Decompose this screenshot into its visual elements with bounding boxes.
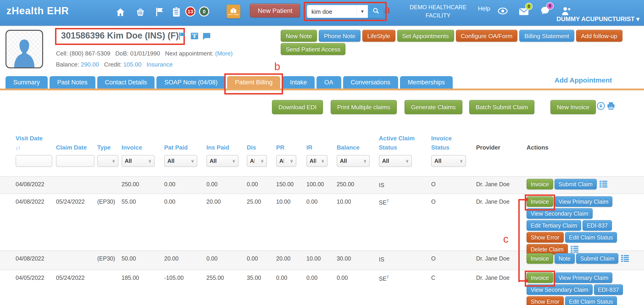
app-logo[interactable]: zHealth EHR <box>6 5 69 17</box>
table-body: 04/08/2022 250.00 0.00 0.00 0.00 150.00 … <box>0 176 644 305</box>
help-link[interactable]: Help <box>478 5 490 12</box>
note-button[interactable]: Note <box>554 254 575 264</box>
new-patient-button[interactable]: New Patient <box>250 4 300 18</box>
filter-invoice-status-select[interactable]: All∨ <box>431 155 466 167</box>
show-error-button[interactable]: Show Error <box>526 296 564 305</box>
print-icon[interactable] <box>607 102 615 110</box>
billing-statement-button[interactable]: Billing Statement <box>519 30 574 42</box>
clipboard-icon[interactable] <box>171 6 182 18</box>
tab-oa[interactable]: OA <box>316 76 341 88</box>
patient-tabs: Add Appointment Summary Past Notes Conta… <box>0 76 644 90</box>
filter-invoice-select[interactable]: All∨ <box>122 155 154 167</box>
tab-intake[interactable]: Intake <box>282 76 315 88</box>
edit-claim-status-button[interactable]: Edit Claim Status <box>565 232 617 243</box>
patient-avatar[interactable] <box>6 30 43 68</box>
configure-oa-form-button[interactable]: Configure OA/Form <box>456 30 518 42</box>
top-navbar: zHealth EHR 13 0 GIFT CARD New Patient ▼ <box>0 0 644 26</box>
tab-patient-billing[interactable]: Patient Billing <box>227 76 280 88</box>
sort-icon[interactable]: ↓↑ <box>16 144 20 151</box>
chat-icon[interactable]: 0 <box>540 6 550 16</box>
tab-past-notes[interactable]: Past Notes <box>50 76 96 88</box>
notification-badge-red[interactable]: 13 <box>185 6 196 16</box>
annotation-box-patient-name: 301586396 Kim Doe (INS) (F) <box>55 28 184 45</box>
search-dropdown-caret[interactable]: ▼ <box>356 5 368 18</box>
invoice-button[interactable]: Invoice <box>526 179 553 190</box>
generate-claims-button[interactable]: Generate Claims <box>404 100 462 114</box>
tab-conversations[interactable]: Conversations <box>343 76 398 88</box>
filter-visit-date-input[interactable] <box>16 155 52 167</box>
invoice-button[interactable]: Invoice <box>526 196 553 207</box>
new-invoice-button[interactable]: New Invoice <box>550 100 596 114</box>
flag-icon[interactable] <box>154 6 165 18</box>
new-note-button[interactable]: New Note <box>281 30 317 42</box>
filter-active-claim-status-select[interactable]: All∨ <box>379 155 412 167</box>
filter-ins-paid-select[interactable]: All∨ <box>206 155 238 167</box>
tab-soap-note[interactable]: SOAP Note (04/08) <box>157 76 226 88</box>
col-balance: Balance <box>337 143 379 152</box>
edi-837-button[interactable]: EDI-837 <box>594 284 623 295</box>
filter-dis-select[interactable]: All∨ <box>247 155 267 167</box>
col-type: Type <box>97 143 122 152</box>
view-primary-claim-button[interactable]: View Primary Claim <box>554 273 612 283</box>
filter-pat-paid-select[interactable]: All∨ <box>164 155 197 167</box>
set-appointments-button[interactable]: Set Appointments <box>397 30 454 42</box>
view-secondary-claim-button[interactable]: View Secondary Claim <box>526 284 592 295</box>
lifestyle-button[interactable]: LifeStyle <box>362 30 396 42</box>
search-button[interactable] <box>368 5 384 18</box>
annotation-letter-a: a <box>384 4 390 16</box>
insurance-link[interactable]: Insurance <box>146 61 173 68</box>
claim-status: IS <box>379 177 431 194</box>
filter-ir-select[interactable]: All∨ <box>306 155 328 167</box>
tab-contact-details[interactable]: Contact Details <box>97 76 155 88</box>
batch-submit-claim-button[interactable]: Batch Submit Claim <box>469 100 534 114</box>
view-secondary-claim-button[interactable]: View Secondary Claim <box>526 208 592 219</box>
print-multiple-claims-button[interactable]: Print Multiple claims <box>331 100 396 114</box>
show-error-button[interactable]: Show Error <box>526 232 564 243</box>
submit-claim-button[interactable]: Submit Claim <box>554 179 597 190</box>
filter-type-select[interactable]: ∨ <box>97 155 118 167</box>
add-user-icon[interactable] <box>560 6 572 16</box>
mail-icon[interactable]: 0 <box>518 6 529 17</box>
patient-flag-icon[interactable] <box>178 32 187 42</box>
patient-action-buttons-row2: Send Patient Access <box>281 43 346 55</box>
download-icon[interactable] <box>597 102 605 110</box>
patient-balance[interactable]: 290.00 <box>81 61 99 68</box>
facility-name: DEMO HEALTHCARE FACILITY <box>404 4 472 20</box>
more-link[interactable]: (More) <box>215 50 233 57</box>
edit-claim-status-button[interactable]: Edit Claim Status <box>565 296 617 305</box>
notification-badge-green[interactable]: 0 <box>199 6 209 16</box>
search-input[interactable] <box>307 5 356 18</box>
invoice-button[interactable]: Invoice <box>526 254 553 264</box>
user-menu[interactable]: DUMMY ACUPUNCTURIST ▾ <box>556 15 640 22</box>
gift-card-icon[interactable]: GIFT CARD <box>226 4 240 18</box>
download-edi-button[interactable]: Download EDI <box>272 100 323 114</box>
annotation-letter-b: b <box>274 60 280 73</box>
patient-search: ▼ <box>307 5 384 18</box>
col-visit-date[interactable]: Visit Date↓↑ <box>16 134 56 152</box>
add-appointment-link[interactable]: Add Appointment <box>554 76 612 84</box>
insurance-card-icon[interactable] <box>190 32 199 42</box>
filter-claim-date-input[interactable] <box>56 155 94 167</box>
col-ins-paid: Ins Paid <box>206 143 247 152</box>
home-icon[interactable] <box>115 6 126 18</box>
edit-tertiary-claim-button[interactable]: Edit Tertiary Claim <box>526 220 581 231</box>
annotation-connector-line <box>518 200 520 282</box>
tab-memberships[interactable]: Memberships <box>400 76 453 88</box>
filter-pr-select[interactable]: All∨ <box>276 155 296 167</box>
add-follow-up-button[interactable]: Add follow-up <box>576 30 622 42</box>
send-patient-access-button[interactable]: Send Patient Access <box>281 43 346 55</box>
edi-837-button[interactable]: EDI-837 <box>582 220 612 231</box>
comment-icon[interactable] <box>202 32 211 42</box>
patient-balance-line: Balance: 290.00 Credit: 105.00 Insurance <box>56 61 173 68</box>
submit-claim-button[interactable]: Submit Claim <box>576 254 618 264</box>
filter-balance-select[interactable]: All∨ <box>337 155 370 167</box>
view-primary-claim-button[interactable]: View Primary Claim <box>554 196 612 207</box>
eye-icon[interactable] <box>497 6 508 16</box>
tab-summary[interactable]: Summary <box>6 76 48 88</box>
claim-list-icon[interactable] <box>600 181 607 188</box>
invoice-button[interactable]: Invoice <box>526 273 553 283</box>
claim-list-icon[interactable] <box>621 255 629 262</box>
patient-credit[interactable]: 105.00 <box>124 61 142 68</box>
phone-note-button[interactable]: Phone Note <box>319 30 360 42</box>
basket-icon[interactable] <box>135 6 146 18</box>
